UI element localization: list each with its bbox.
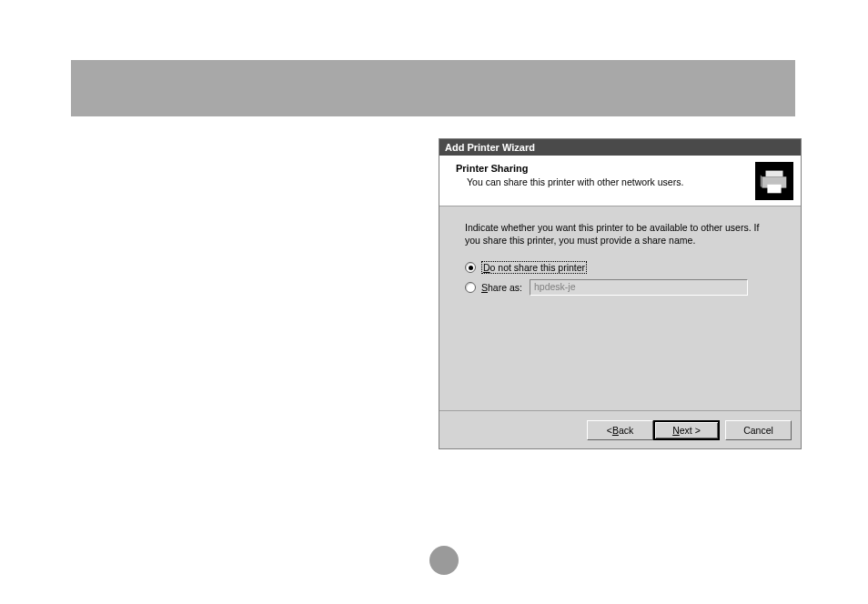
sharing-radio-group: Do not share this printer Share as: hpde…	[465, 261, 775, 296]
radio-share-as-label: Share as:	[481, 282, 522, 293]
dialog-header-section: Printer Sharing You can share this print…	[439, 156, 801, 206]
dialog-content: Indicate whether you want this printer t…	[439, 206, 801, 410]
dialog-header-subtitle: You can share this printer with other ne…	[467, 176, 683, 187]
cancel-button[interactable]: Cancel	[725, 420, 792, 440]
radio-do-not-share-label: Do not share this printer	[481, 261, 587, 274]
printer-icon	[755, 162, 793, 200]
add-printer-wizard-dialog: Add Printer Wizard Printer Sharing You c…	[439, 138, 802, 449]
back-button[interactable]: < Back	[587, 420, 653, 440]
next-button[interactable]: Next >	[653, 420, 720, 440]
dialog-button-bar: < Back Next > Cancel	[439, 410, 801, 448]
page-number-circle	[429, 546, 459, 575]
document-header-bar	[71, 60, 795, 116]
share-name-input[interactable]: hpdesk-je	[530, 279, 748, 296]
radio-do-not-share[interactable]: Do not share this printer	[465, 261, 775, 274]
dialog-header-title: Printer Sharing	[456, 163, 528, 174]
dialog-title-bar: Add Printer Wizard	[439, 139, 801, 156]
radio-button-unselected[interactable]	[465, 282, 476, 293]
radio-share-as[interactable]: Share as: hpdesk-je	[465, 279, 775, 296]
radio-button-selected[interactable]	[465, 262, 476, 273]
instruction-text: Indicate whether you want this printer t…	[465, 221, 775, 247]
